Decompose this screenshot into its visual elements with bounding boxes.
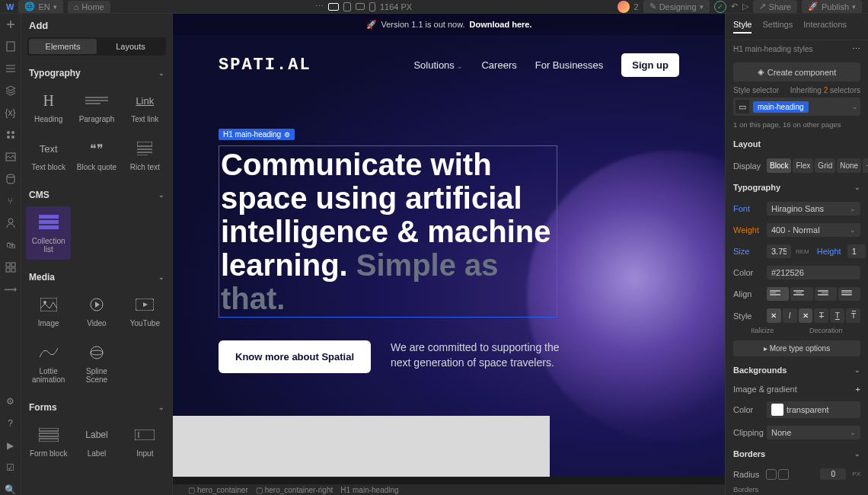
section-typography[interactable]: Typography⌄ bbox=[726, 177, 868, 198]
el-label[interactable]: LabelLabel bbox=[74, 419, 119, 464]
clip-select[interactable]: None⌄ bbox=[767, 426, 860, 439]
el-formblock[interactable]: Form block bbox=[26, 419, 71, 464]
variables-icon[interactable]: {x} bbox=[5, 107, 16, 118]
viewport-size[interactable]: 1164 PX bbox=[380, 2, 412, 11]
main-heading[interactable]: Communicate with space using artificial … bbox=[219, 145, 557, 318]
banner-link[interactable]: Download here. bbox=[470, 20, 532, 29]
publish-button[interactable]: 🚀 Publish ▾ bbox=[802, 0, 862, 13]
bc-item[interactable]: ▢ hero_container bbox=[188, 486, 248, 494]
section-borders[interactable]: Borders⌄ bbox=[726, 443, 868, 465]
add-icon[interactable] bbox=[5, 18, 16, 30]
device-tablet-icon[interactable] bbox=[343, 2, 351, 11]
users-icon[interactable] bbox=[5, 217, 16, 228]
nav-careers[interactable]: Careers bbox=[481, 59, 516, 71]
align-justify[interactable] bbox=[838, 287, 860, 301]
apps-icon[interactable] bbox=[5, 261, 16, 273]
site-logo[interactable]: SPATI.AL bbox=[219, 56, 311, 75]
radius-mode[interactable] bbox=[766, 469, 789, 480]
section-cms[interactable]: CMS⌄ bbox=[21, 184, 172, 206]
deco-strike[interactable]: T bbox=[814, 308, 828, 323]
logic-icon[interactable]: ⑂ bbox=[5, 195, 16, 206]
el-input[interactable]: Input bbox=[123, 419, 168, 464]
tab-style[interactable]: Style bbox=[733, 20, 752, 34]
deco-none[interactable]: ✕ bbox=[799, 308, 813, 323]
avatar[interactable] bbox=[617, 1, 630, 13]
el-blockquote[interactable]: ❝❞Block quote bbox=[74, 133, 119, 177]
bg-color-input[interactable]: transparent bbox=[767, 401, 860, 418]
italic-on[interactable]: I bbox=[783, 308, 797, 323]
display-block[interactable]: Block bbox=[767, 158, 791, 173]
cms-icon[interactable] bbox=[5, 173, 16, 184]
nav-businesses[interactable]: For Businesses bbox=[535, 59, 604, 71]
ecommerce-icon[interactable]: 🛍 bbox=[5, 239, 16, 251]
cta-button[interactable]: Know more about Spatial bbox=[219, 340, 371, 373]
components-icon[interactable] bbox=[5, 85, 16, 96]
tab-layouts[interactable]: Layouts bbox=[97, 39, 164, 54]
size-input[interactable] bbox=[767, 244, 791, 258]
el-image[interactable]: Image bbox=[26, 289, 71, 334]
el-video[interactable]: Video bbox=[74, 289, 119, 334]
device-mobile-landscape-icon[interactable] bbox=[356, 3, 365, 10]
italic-off[interactable]: ✕ bbox=[767, 308, 781, 323]
audit2-icon[interactable]: ☑ bbox=[5, 461, 16, 473]
text-color-input[interactable]: #212526 bbox=[767, 266, 860, 279]
add-bg-icon[interactable]: + bbox=[856, 385, 860, 394]
section-backgrounds[interactable]: Backgrounds⌄ bbox=[726, 359, 868, 381]
align-center[interactable] bbox=[790, 287, 812, 301]
el-textblock[interactable]: TextText block bbox=[26, 133, 71, 177]
more-icon[interactable]: ⋯ bbox=[852, 44, 860, 54]
display-none[interactable]: None bbox=[837, 158, 861, 173]
home-button[interactable]: ⌂ Home bbox=[68, 1, 110, 13]
el-heading[interactable]: HHeading bbox=[26, 85, 71, 129]
pages-icon[interactable] bbox=[5, 40, 16, 52]
el-richtext[interactable]: Rich text bbox=[123, 133, 168, 177]
video-icon[interactable]: ▶ bbox=[5, 439, 16, 451]
mode-selector[interactable]: ✎ Designing ▾ bbox=[643, 0, 710, 13]
align-left[interactable] bbox=[767, 287, 789, 301]
device-mobile-icon[interactable] bbox=[369, 2, 375, 11]
section-forms[interactable]: Forms⌄ bbox=[21, 396, 172, 419]
undo-icon[interactable]: ↶ bbox=[731, 2, 738, 11]
radius-input[interactable] bbox=[820, 468, 846, 480]
assets-icon[interactable] bbox=[5, 151, 16, 162]
selector-input[interactable]: ▭main-heading⌄ bbox=[733, 97, 860, 116]
bc-item[interactable]: ▢ hero_container-right bbox=[256, 486, 333, 494]
styles-icon[interactable] bbox=[5, 129, 16, 140]
more-icon[interactable]: ⋯ bbox=[315, 2, 324, 11]
search-icon[interactable]: 🔍 bbox=[5, 484, 16, 495]
display-more[interactable]: ⋯ bbox=[863, 158, 868, 173]
help-icon[interactable]: ? bbox=[5, 417, 16, 429]
placeholder-block[interactable] bbox=[173, 416, 550, 477]
nav-solutions[interactable]: Solutions ⌄ bbox=[413, 59, 463, 71]
create-component-button[interactable]: ◈Create component bbox=[733, 62, 860, 81]
el-collection-list[interactable]: Collection list bbox=[26, 206, 71, 260]
display-flex[interactable]: Flex bbox=[793, 158, 813, 173]
share-button[interactable]: ↗ Share bbox=[753, 0, 797, 13]
section-layout[interactable]: Layout bbox=[726, 133, 868, 155]
signup-button[interactable]: Sign up bbox=[621, 53, 679, 77]
align-right[interactable] bbox=[815, 287, 837, 301]
el-youtube[interactable]: YouTube bbox=[123, 289, 168, 334]
tab-settings[interactable]: Settings bbox=[762, 20, 793, 34]
el-textlink[interactable]: LinkText link bbox=[123, 85, 168, 129]
check-icon[interactable]: ✓ bbox=[714, 1, 726, 13]
tab-interactions[interactable]: Interactions bbox=[803, 20, 847, 34]
tab-elements[interactable]: Elements bbox=[29, 39, 97, 54]
gear-icon[interactable]: ⚙ bbox=[284, 131, 290, 139]
webflow-logo-icon[interactable]: W bbox=[6, 2, 14, 11]
preview-icon[interactable]: ▷ bbox=[742, 2, 748, 11]
section-media[interactable]: Media⌄ bbox=[21, 266, 172, 289]
el-spline[interactable]: Spline Scene bbox=[74, 337, 119, 390]
lang-selector[interactable]: 🌐 EN ▾ bbox=[18, 0, 62, 13]
font-select[interactable]: Hiragino Sans⌄ bbox=[767, 202, 860, 216]
more-type-button[interactable]: ▸ More type options bbox=[733, 340, 860, 356]
bc-item[interactable]: H1 main-heading bbox=[340, 486, 398, 494]
display-grid[interactable]: Grid bbox=[815, 158, 835, 173]
device-desktop-icon[interactable] bbox=[328, 3, 339, 11]
el-lottie[interactable]: Lottie animation bbox=[26, 337, 71, 390]
section-typography[interactable]: Typography⌄ bbox=[21, 62, 172, 85]
navigator-icon[interactable] bbox=[5, 62, 16, 74]
deco-underline[interactable]: T bbox=[830, 308, 844, 323]
weight-select[interactable]: 400 - Normal⌄ bbox=[767, 223, 860, 237]
selection-tag[interactable]: H1 main-heading⚙ bbox=[219, 129, 295, 140]
